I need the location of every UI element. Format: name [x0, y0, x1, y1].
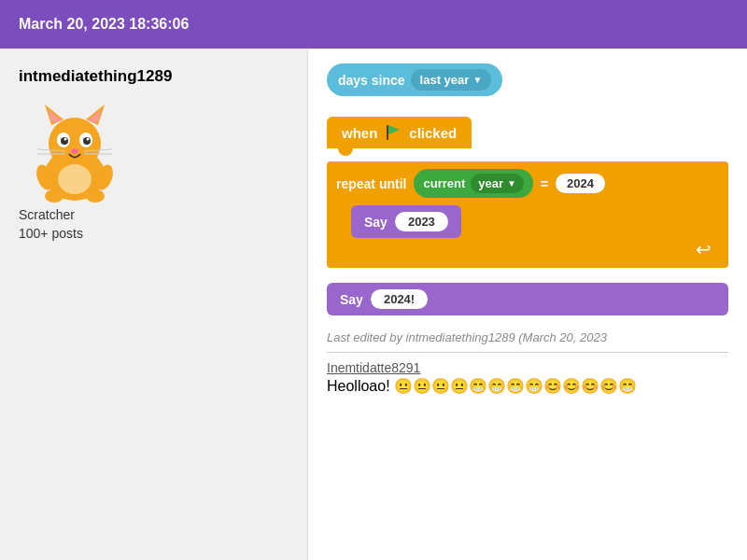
- comment-content: Heolloao!: [327, 378, 390, 394]
- content-area: days since last year ▼ when: [308, 49, 747, 560]
- say-block-2[interactable]: Say 2024!: [327, 283, 728, 315]
- when-clicked-container: when clicked: [327, 117, 728, 148]
- current-label: current: [423, 176, 465, 190]
- say-label-1: Say: [364, 215, 388, 230]
- say-value-2: 2024!: [371, 289, 428, 309]
- page-header: March 20, 2023 18:36:06: [0, 0, 747, 49]
- dropdown-arrow-icon: ▼: [472, 75, 482, 85]
- repeat-until-label: repeat until: [336, 176, 406, 191]
- scratch-blocks: days since last year ▼ when: [327, 63, 728, 315]
- loop-arrow: ↩: [336, 238, 719, 260]
- svg-rect-22: [387, 125, 388, 140]
- when-clicked-block[interactable]: when clicked: [327, 117, 472, 148]
- say-block-1[interactable]: Say 2023: [351, 205, 461, 238]
- main-layout: intmediatething1289: [0, 49, 747, 560]
- emoji-row: 😐😐😐😐😁😁😁😁😊😊😊😊😁: [394, 378, 637, 394]
- svg-point-12: [71, 149, 78, 154]
- last-year-dropdown[interactable]: last year ▼: [411, 69, 492, 91]
- days-since-block[interactable]: days since last year ▼: [327, 63, 728, 96]
- edited-text: Last edited by intmediatething1289 (Marc…: [327, 330, 728, 344]
- clicked-label: clicked: [409, 125, 457, 141]
- repeat-block[interactable]: repeat until current year ▼ = 2024 Say 2…: [327, 161, 728, 268]
- equals-label: =: [541, 176, 548, 191]
- year-dropdown-arrow-icon: ▼: [507, 178, 516, 189]
- role-label: Scratcher: [19, 207, 75, 222]
- when-label: when: [342, 125, 377, 141]
- svg-point-10: [64, 138, 67, 141]
- svg-point-17: [58, 164, 92, 194]
- header-title: March 20, 2023 18:36:06: [19, 16, 189, 33]
- days-since-label: days since: [338, 73, 405, 88]
- svg-point-19: [86, 189, 105, 203]
- posts-label: 100+ posts: [19, 226, 83, 241]
- repeat-condition: current year ▼: [414, 169, 532, 198]
- username-label: intmediatething1289: [19, 67, 172, 86]
- year-value: 2024: [556, 174, 605, 193]
- flag-icon: [385, 124, 402, 141]
- svg-point-1: [49, 118, 101, 170]
- year-dropdown[interactable]: year ▼: [471, 174, 524, 193]
- sidebar: intmediatething1289: [0, 49, 308, 560]
- avatar: [19, 95, 131, 207]
- svg-point-18: [45, 189, 63, 203]
- commenter-link[interactable]: Inemtidatte8291: [327, 360, 728, 375]
- year-label: year: [478, 176, 503, 190]
- say-value-1: 2023: [395, 212, 448, 231]
- divider: [327, 352, 728, 353]
- say-label-2: Say: [340, 292, 363, 307]
- svg-marker-23: [388, 125, 400, 134]
- svg-point-11: [87, 138, 90, 141]
- comment-text: Heolloao! 😐😐😐😐😁😁😁😁😊😊😊😊😁: [327, 377, 728, 395]
- last-year-label: last year: [420, 73, 470, 87]
